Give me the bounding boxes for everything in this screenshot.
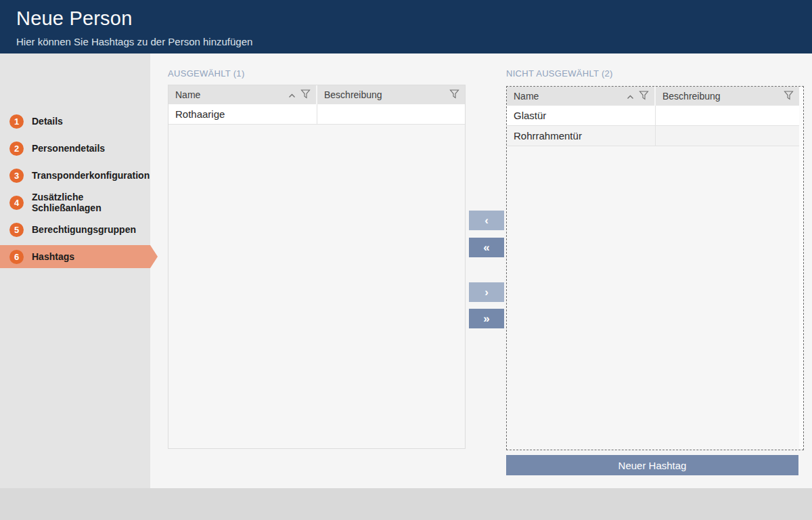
page-subtitle: Hier können Sie Hashtags zu der Person h… — [16, 36, 252, 47]
column-header-label: Name — [175, 89, 200, 100]
cell-description — [656, 106, 799, 125]
column-header-description[interactable]: Beschreibung — [656, 87, 799, 106]
step-hashtags-active[interactable]: 6 Hashtags — [0, 245, 150, 268]
column-header-name[interactable]: Name — [507, 87, 656, 106]
cell-name: Rohrrahmentür — [507, 126, 656, 146]
step-berechtigungsgruppen[interactable]: 5 Berechtigungsgruppen — [0, 218, 150, 241]
sort-ascending-icon[interactable] — [627, 91, 634, 102]
header: Neue Person Hier können Sie Hashtags zu … — [0, 0, 812, 53]
step-number-badge: 3 — [9, 169, 24, 183]
selected-table-header: Name Beschreibung — [168, 85, 465, 104]
column-header-label: Beschreibung — [662, 91, 721, 102]
column-header-label: Beschreibung — [324, 89, 382, 100]
table-row[interactable]: Rohrrahmentür — [507, 126, 799, 146]
selected-table: Name Beschreibung Rothaarige — [168, 85, 466, 449]
scrollbar-track[interactable] — [799, 87, 803, 450]
unselected-table: Name Beschreibung Glastür Rohrrahmentür — [506, 86, 804, 450]
cell-description — [317, 104, 465, 124]
filter-icon[interactable] — [784, 91, 794, 102]
column-header-label: Name — [514, 91, 539, 102]
step-number-badge: 1 — [9, 114, 24, 129]
cell-name: Glastür — [507, 106, 656, 125]
step-number-badge: 5 — [9, 223, 24, 237]
cell-name: Rothaarige — [168, 104, 317, 124]
unselected-table-header: Name Beschreibung — [507, 87, 799, 106]
step-label: Personendetails — [32, 143, 105, 154]
step-transponderkonfiguration[interactable]: 3 Transponderkonfiguration — [0, 164, 150, 187]
selected-panel-label: AUSGEWÄHLT (1) — [168, 68, 245, 79]
new-hashtag-button[interactable]: Neuer Hashtag — [506, 455, 798, 475]
step-label: Berechtigungsgruppen — [32, 224, 136, 235]
wizard-sidebar: 1 Details 2 Personendetails 3 Transponde… — [0, 53, 150, 488]
sort-ascending-icon[interactable] — [288, 89, 296, 100]
filter-icon[interactable] — [449, 89, 459, 101]
footer-bar: Weiteres Objekt erstellen < Zurück Weite… — [0, 488, 812, 520]
step-number-badge: 4 — [9, 196, 24, 210]
step-number-badge: 6 — [9, 250, 24, 264]
step-details[interactable]: 1 Details — [0, 110, 150, 133]
step-zusaetzliche-schliessanlagen[interactable]: 4 Zusätzliche Schließanlagen — [0, 191, 150, 214]
step-label: Transponderkonfiguration — [32, 170, 150, 181]
wizard-window: Neue Person Hier können Sie Hashtags zu … — [0, 0, 812, 520]
column-header-name[interactable]: Name — [168, 85, 317, 104]
cell-description — [656, 126, 799, 146]
filter-icon[interactable] — [300, 89, 311, 101]
move-all-right-button[interactable]: » — [469, 309, 504, 328]
column-header-description[interactable]: Beschreibung — [317, 85, 465, 104]
move-left-button[interactable]: ‹ — [469, 211, 504, 230]
step-number-badge: 2 — [9, 142, 24, 156]
move-right-button[interactable]: › — [469, 282, 504, 302]
page-title: Neue Person — [16, 7, 132, 30]
step-personendetails[interactable]: 2 Personendetails — [0, 137, 150, 160]
table-row[interactable]: Rothaarige — [168, 104, 465, 125]
unselected-panel-label: NICHT AUSGEWÄHLT (2) — [506, 68, 613, 79]
step-label: Hashtags — [32, 251, 74, 262]
move-all-left-button[interactable]: « — [469, 238, 504, 257]
filter-icon[interactable] — [639, 91, 649, 102]
step-label: Details — [32, 116, 63, 127]
table-row[interactable]: Glastür — [507, 106, 799, 126]
step-label: Zusätzliche Schließanlagen — [32, 192, 150, 213]
